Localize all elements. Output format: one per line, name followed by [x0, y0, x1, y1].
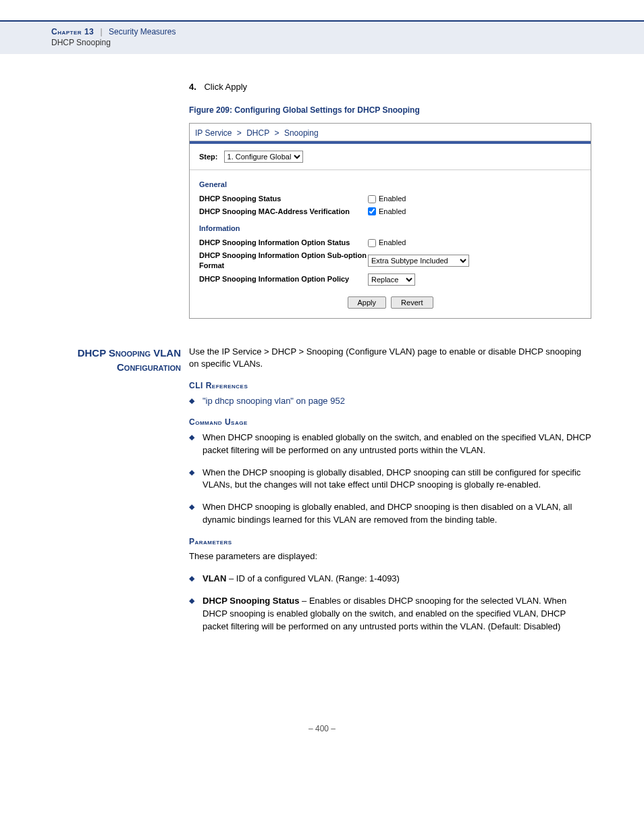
checkbox-text: Enabled	[379, 207, 406, 217]
separator: |	[101, 27, 103, 36]
apply-button[interactable]: Apply	[348, 296, 387, 309]
row-mac-verification: DHCP Snooping MAC-Address Verification E…	[199, 207, 581, 217]
figure-caption: Figure 209: Configuring Global Settings …	[189, 105, 593, 115]
parameter-item: VLAN – ID of a configured VLAN. (Range: …	[189, 573, 593, 585]
revert-button[interactable]: Revert	[391, 296, 433, 309]
crumb-part: Snooping	[284, 128, 319, 138]
header-subtitle: DHCP Snooping	[51, 38, 644, 47]
step-text: Click Apply	[204, 82, 247, 92]
row-suboption-format: DHCP Snooping Information Option Sub-opt…	[199, 251, 581, 271]
option-policy-select[interactable]: Replace	[368, 273, 415, 286]
step-selector-row: Step: 1. Configure Global	[190, 144, 591, 170]
field-label: DHCP Snooping Status	[199, 194, 368, 204]
info-option-status-checkbox[interactable]	[368, 239, 376, 247]
section-header-information: Information	[199, 224, 581, 234]
field-label: DHCP Snooping Information Option Status	[199, 238, 368, 248]
usage-item: When the DHCP snooping is globally disab…	[189, 467, 593, 492]
section-header-general: General	[199, 180, 581, 190]
crumb-sep: >	[237, 128, 242, 138]
checkbox-text: Enabled	[379, 238, 406, 248]
param-desc: – ID of a configured VLAN. (Range: 1-409…	[226, 573, 400, 583]
parameter-item: DHCP Snooping Status – Enables or disabl…	[189, 595, 593, 633]
crumb-sep: >	[275, 128, 279, 138]
suboption-format-select[interactable]: Extra Subtype Included	[368, 255, 469, 267]
mac-verification-checkbox[interactable]	[368, 207, 376, 215]
chapter-label: Chapter 13	[51, 27, 94, 36]
cli-reference-link[interactable]: "ip dhcp snooping vlan" on page 952	[203, 396, 345, 406]
step-4: 4. Click Apply	[189, 82, 593, 92]
param-name: DHCP Snooping Status	[203, 596, 299, 606]
snooping-status-checkbox[interactable]	[368, 195, 376, 203]
page-header: Chapter 13 | Security Measures DHCP Snoo…	[0, 20, 644, 55]
parameters-intro: These parameters are displayed:	[189, 550, 593, 563]
param-name: VLAN	[203, 573, 226, 583]
cli-reference-item: "ip dhcp snooping vlan" on page 952	[189, 395, 593, 408]
crumb-part: DHCP	[246, 128, 269, 138]
parameters-heading: Parameters	[189, 536, 593, 548]
config-panel: IP Service > DHCP > Snooping Step: 1. Co…	[189, 123, 591, 319]
crumb-part: IP Service	[195, 128, 232, 138]
step-select[interactable]: 1. Configure Global	[224, 151, 303, 163]
header-line-1: Chapter 13 | Security Measures	[51, 27, 644, 36]
field-label: DHCP Snooping Information Option Sub-opt…	[199, 251, 368, 271]
field-label: DHCP Snooping MAC-Address Verification	[199, 207, 368, 217]
field-label: DHCP Snooping Information Option Policy	[199, 274, 368, 284]
cli-references-heading: CLI References	[189, 380, 593, 392]
button-row: Apply Revert	[199, 296, 581, 309]
step-number: 4.	[189, 82, 196, 92]
usage-item: When DHCP snooping is globally enabled, …	[189, 501, 593, 527]
section-title: Security Measures	[109, 27, 176, 36]
checkbox-text: Enabled	[379, 194, 406, 204]
page-number: – 400 –	[0, 724, 644, 747]
usage-item: When DHCP snooping is enabled globally o…	[189, 432, 593, 457]
row-option-policy: DHCP Snooping Information Option Policy …	[199, 273, 581, 286]
side-heading: DHCP Snooping VLAN Configuration	[51, 346, 189, 643]
breadcrumb: IP Service > DHCP > Snooping	[190, 124, 591, 141]
row-snooping-status: DHCP Snooping Status Enabled	[199, 194, 581, 204]
row-info-option-status: DHCP Snooping Information Option Status …	[199, 238, 581, 248]
command-usage-heading: Command Usage	[189, 417, 593, 428]
step-label: Step:	[199, 153, 218, 161]
intro-paragraph: Use the IP Service > DHCP > Snooping (Co…	[189, 346, 593, 371]
